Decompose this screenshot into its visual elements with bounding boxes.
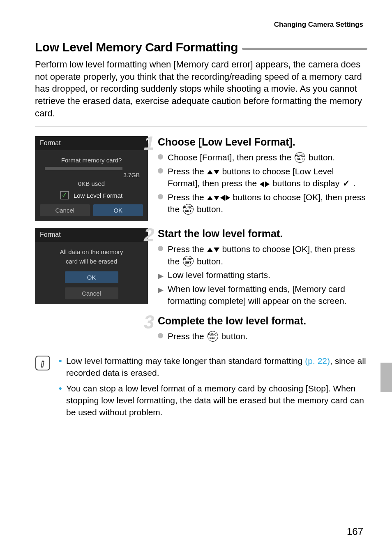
screen1-title: Format [35,136,148,150]
note-2: • You can stop a low level format of a m… [59,382,367,419]
down-arrow-icon [214,248,219,252]
title-rule [242,48,367,50]
up-arrow-icon [207,196,213,200]
left-arrow-icon [260,181,264,187]
text: button. [309,153,335,162]
func-set-icon: FUNC.SET [208,331,218,342]
step-3-title: Complete the low level format. [158,315,367,327]
step-3-bullets: Press the FUNC.SET button. [158,330,367,342]
bullet-icon [158,154,163,160]
note-bullet-icon: • [59,355,62,368]
check-icon: ✓ [343,178,350,188]
low-level-option-row[interactable]: ✓ Low Level Format [40,191,143,199]
step-1-bullets: Choose [Format], then press the FUNC.SET… [158,151,367,215]
result-arrow-icon: ▶ [158,285,164,295]
note-pencil-icon [35,356,50,370]
step-2-item-1: Press the buttons to choose [OK], then p… [158,243,367,267]
checkbox-icon: ✓ [60,191,69,199]
up-arrow-icon [207,248,213,252]
right-arrow-icon [265,181,270,187]
step-2-row: Format All data on the memory card will … [35,228,367,308]
text: Low level formatting starts. [168,270,270,280]
step-number-1: 1 [144,132,154,154]
step-1-title: Choose [Low Level Format]. [158,136,367,148]
section-title: Low Level Memory Card Formatting [35,40,238,54]
text: Low level formatting may take longer tha… [66,356,305,366]
text: button. [197,204,223,214]
bullet-icon [158,194,163,199]
text: . [353,178,356,188]
screen2-line1: All data on the memory [40,248,143,255]
step-3-row: 3 Complete the low level format. Press t… [35,315,367,344]
page-link[interactable]: (p. 22) [305,356,330,366]
up-arrow-icon [207,170,213,174]
camera-screen-format: Format Format memory card? 3.7GB 0KB use… [35,136,148,221]
screen2-title: Format [35,228,148,242]
ok-button[interactable]: OK [93,204,143,216]
breadcrumb: Changing Camera Settings [35,21,367,29]
capacity-value: 3.7GB [123,172,140,178]
step-2-title: Start the low level format. [158,228,367,240]
text: button. [197,257,223,266]
text: When low level formatting ends, [Memory … [168,284,346,305]
step-2-item-3: ▶ When low level formatting ends, [Memor… [158,283,367,307]
step-1-item-2: Press the buttons to choose [Low Level F… [158,165,367,190]
note-1: • Low level formatting may take longer t… [59,355,367,379]
page-number: 167 [347,526,363,537]
step-2-item-2: ▶ Low level formatting starts. [158,269,367,281]
text: Press the [168,244,207,254]
notes-box: • Low level formatting may take longer t… [35,355,367,422]
ok-button[interactable]: OK [65,271,118,283]
used-value: 0KB used [40,180,143,187]
side-tab [380,363,392,392]
bullet-icon [158,333,163,338]
low-level-option-label: Low Level Format [74,192,122,199]
func-set-icon: FUNC.SET [183,204,194,215]
func-set-icon: FUNC.SET [183,256,194,266]
func-set-icon: FUNC.SET [295,152,305,163]
step-1-row: Format Format memory card? 3.7GB 0KB use… [35,136,367,221]
step-number-3: 3 [144,311,154,333]
screen2-line2: card will be erased [40,258,143,265]
step-1-item-3: Press the buttons to choose [OK], then p… [158,191,367,215]
bullet-icon [158,168,163,174]
text: You can stop a low level format of a mem… [66,384,364,417]
step-1-item-1: Choose [Format], then press the FUNC.SET… [158,151,367,163]
right-arrow-icon [226,195,230,201]
divider [35,127,367,127]
text: button. [221,331,247,341]
capacity-bar [45,167,122,170]
result-arrow-icon: ▶ [158,271,164,281]
step-2-bullets: Press the buttons to choose [OK], then p… [158,243,367,307]
text: Press the [168,167,207,176]
text: Press the [168,331,207,341]
intro-paragraph: Perform low level formatting when [Memor… [35,58,367,119]
camera-screen-confirm: Format All data on the memory card will … [35,228,148,304]
text: Choose [Format], then press the [168,153,294,162]
cancel-button[interactable]: Cancel [65,287,118,299]
note-bullet-icon: • [59,382,62,395]
bullet-icon [158,246,163,251]
down-arrow-icon [214,196,219,200]
cancel-button[interactable]: Cancel [40,204,90,216]
check-icon: ✓ [62,192,67,199]
down-arrow-icon [214,170,219,174]
step-3-item-1: Press the FUNC.SET button. [158,330,367,342]
screen1-prompt: Format memory card? [40,157,143,164]
step-number-2: 2 [144,224,154,246]
text: Press the [168,192,207,202]
left-arrow-icon [220,195,225,201]
text: buttons to display [272,178,342,188]
